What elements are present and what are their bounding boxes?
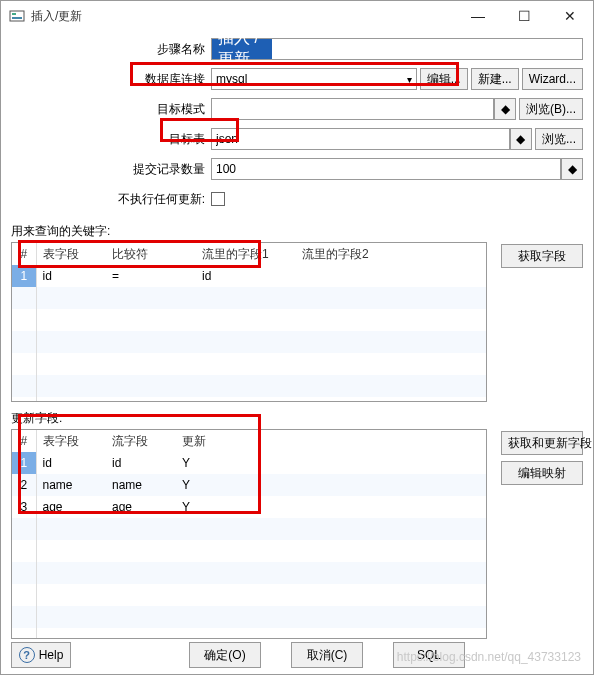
col-table-field: 表字段 (36, 430, 106, 452)
table-row[interactable]: 2namenameY (12, 474, 486, 496)
col-stream-field: 流字段 (106, 430, 176, 452)
col-update: 更新 (176, 430, 486, 452)
col-table-field: 表字段 (36, 243, 106, 265)
update-fields-table[interactable]: # 表字段 流字段 更新 1ididY2namenameY3ageageY (11, 429, 487, 639)
table-row[interactable]: 1id=id (12, 265, 486, 287)
sql-button[interactable]: SQL (393, 642, 465, 668)
svg-rect-0 (10, 11, 24, 21)
get-update-fields-button[interactable]: 获取和更新字段 (501, 431, 583, 455)
table-row[interactable] (12, 540, 486, 562)
get-fields-button[interactable]: 获取字段 (501, 244, 583, 268)
chevron-down-icon: ▾ (407, 74, 412, 85)
update-section-label: 更新字段: (1, 402, 593, 429)
help-icon: ? (19, 647, 35, 663)
commit-size-input[interactable] (211, 158, 561, 180)
col-stream1: 流里的字段1 (196, 243, 296, 265)
table-row[interactable] (12, 353, 486, 375)
db-connection-value: mysql (216, 72, 247, 86)
help-label: Help (39, 648, 64, 662)
table-row[interactable] (12, 309, 486, 331)
table-row[interactable] (12, 606, 486, 628)
col-stream2: 流里的字段2 (296, 243, 486, 265)
ok-button[interactable]: 确定(O) (189, 642, 261, 668)
dialog-footer: ? Help 确定(O) 取消(C) SQL (1, 642, 593, 668)
table-row[interactable] (12, 397, 486, 402)
key-section-label: 用来查询的关键字: (1, 215, 593, 242)
table-row[interactable]: 1ididY (12, 452, 486, 474)
col-rownum: # (12, 430, 36, 452)
minimize-button[interactable]: — (455, 1, 501, 31)
db-connection-combo[interactable]: mysql ▾ (211, 68, 417, 90)
table-row[interactable] (12, 628, 486, 639)
step-name-label: 步骤名称 (11, 41, 211, 58)
wizard-button[interactable]: Wizard... (522, 68, 583, 90)
svg-rect-2 (12, 17, 22, 19)
no-update-label: 不执行任何更新: (11, 191, 211, 208)
db-connection-label: 数据库连接 (11, 71, 211, 88)
target-schema-label: 目标模式 (11, 101, 211, 118)
window-title: 插入/更新 (31, 8, 82, 25)
col-rownum: # (12, 243, 36, 265)
browse-schema-button[interactable]: 浏览(B)... (519, 98, 583, 120)
table-row[interactable] (12, 562, 486, 584)
title-bar: 插入/更新 — ☐ ✕ (1, 1, 593, 31)
cancel-button[interactable]: 取消(C) (291, 642, 363, 668)
form-area: 步骤名称 插入 / 更新 数据库连接 mysql ▾ 编辑... 新建... W… (1, 31, 593, 213)
table-row[interactable] (12, 518, 486, 540)
svg-rect-1 (12, 13, 16, 15)
edit-connection-button[interactable]: 编辑... (420, 68, 468, 90)
table-row[interactable]: 3ageageY (12, 496, 486, 518)
app-icon (9, 8, 25, 24)
commit-variable-button[interactable]: ◆ (561, 158, 583, 180)
table-row[interactable] (12, 375, 486, 397)
table-row[interactable] (12, 584, 486, 606)
maximize-button[interactable]: ☐ (501, 1, 547, 31)
target-table-label: 目标表 (11, 131, 211, 148)
help-button[interactable]: ? Help (11, 642, 71, 668)
table-variable-button[interactable]: ◆ (510, 128, 532, 150)
key-fields-table[interactable]: # 表字段 比较符 流里的字段1 流里的字段2 1id=id (11, 242, 487, 402)
target-table-input[interactable] (211, 128, 510, 150)
commit-size-label: 提交记录数量 (11, 161, 211, 178)
col-comparator: 比较符 (106, 243, 196, 265)
table-row[interactable] (12, 287, 486, 309)
step-name-value: 插入 / 更新 (212, 39, 272, 59)
table-row[interactable] (12, 331, 486, 353)
target-schema-input[interactable] (211, 98, 494, 120)
no-update-checkbox[interactable] (211, 192, 225, 206)
edit-mapping-button[interactable]: 编辑映射 (501, 461, 583, 485)
step-name-input[interactable]: 插入 / 更新 (211, 38, 583, 60)
close-button[interactable]: ✕ (547, 1, 593, 31)
browse-table-button[interactable]: 浏览... (535, 128, 583, 150)
schema-variable-button[interactable]: ◆ (494, 98, 516, 120)
new-connection-button[interactable]: 新建... (471, 68, 519, 90)
